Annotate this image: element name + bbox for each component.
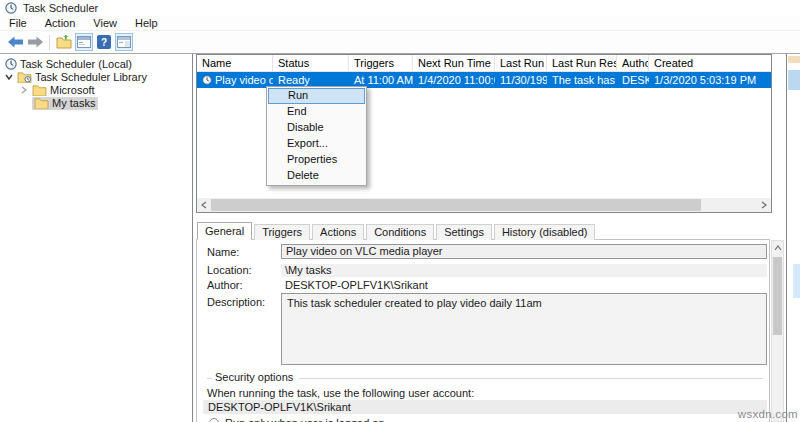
- task-scheduler-window: Task Scheduler File Action View Help ?: [0, 0, 800, 422]
- security-options-group: Security options: [207, 371, 763, 383]
- preview-vertical-scrollbar[interactable]: [771, 240, 784, 422]
- context-menu: Run End Disable Export... Properties Del…: [266, 86, 367, 186]
- location-value: \My tasks: [281, 264, 767, 277]
- column-header-last-run-time[interactable]: Last Run Time: [495, 55, 547, 72]
- menu-help[interactable]: Help: [126, 16, 167, 31]
- menu-item-label: Run: [288, 89, 308, 101]
- forward-arrow-icon[interactable]: [26, 33, 44, 51]
- security-options-label: Security options: [215, 371, 293, 383]
- column-header-next-run-time[interactable]: Next Run Time: [413, 55, 495, 72]
- description-label: Description:: [207, 296, 265, 308]
- run-when-logged-on-option[interactable]: Run only when user is logged on: [209, 417, 385, 422]
- menu-item-label: Properties: [287, 153, 337, 165]
- scroll-left-icon[interactable]: [197, 198, 211, 212]
- menu-item-label: End: [287, 105, 307, 117]
- menu-item-label: Delete: [287, 169, 319, 181]
- groupbox-line: [299, 378, 763, 379]
- column-header-name[interactable]: Name: [197, 55, 273, 72]
- tree-item-label: My tasks: [49, 97, 98, 110]
- groupbox-line: [207, 378, 212, 379]
- task-list-header: Name Status Triggers Next Run Time Last …: [197, 55, 771, 72]
- toolbar: ?: [0, 31, 800, 53]
- show-action-pane-icon[interactable]: [115, 33, 133, 51]
- actions-pane-selected-fragment: [788, 70, 800, 90]
- name-label: Name:: [207, 246, 239, 258]
- chevron-down-icon[interactable]: [4, 72, 14, 82]
- tree-item-label: Task Scheduler Library: [32, 71, 150, 84]
- tab-conditions[interactable]: Conditions: [366, 224, 434, 240]
- context-menu-item-disable[interactable]: Disable: [268, 120, 365, 136]
- context-menu-item-properties[interactable]: Properties: [268, 152, 365, 168]
- chevron-right-icon[interactable]: [19, 85, 29, 95]
- help-glyph: ?: [97, 35, 111, 49]
- task-next-run-cell: 1/4/2020 11:00:0...: [413, 72, 495, 88]
- description-field[interactable]: This task scheduler created to play vide…: [281, 293, 767, 365]
- location-label: Location:: [207, 264, 252, 276]
- tab-history[interactable]: History (disabled): [494, 224, 596, 240]
- title-bar: Task Scheduler: [0, 0, 800, 16]
- sidebar-item-task-scheduler-local[interactable]: Task Scheduler (Local): [5, 57, 135, 71]
- task-clock-icon: [202, 75, 212, 85]
- back-arrow-icon[interactable]: [6, 33, 24, 51]
- task-created-cell: 1/3/2020 5:03:19 PM: [649, 72, 767, 88]
- folder-icon: [32, 84, 47, 96]
- radio-label: Run only when user is logged on: [225, 417, 385, 422]
- column-header-created[interactable]: Created: [649, 55, 767, 72]
- task-author-cell: DESK...: [617, 72, 649, 88]
- name-field[interactable]: Play video on VLC media player: [281, 244, 767, 259]
- sidebar-item-my-tasks[interactable]: My tasks: [32, 96, 98, 110]
- app-clock-icon: [5, 2, 17, 14]
- import-task-folder-icon[interactable]: [55, 33, 73, 51]
- sidebar-item-task-scheduler-library[interactable]: Task Scheduler Library: [4, 70, 150, 84]
- tree-item-label: Microsoft: [47, 84, 98, 97]
- actions-pane-cutoff: [786, 54, 800, 422]
- task-name-cell: Play video o...: [197, 72, 273, 88]
- task-last-result-cell: The task has ...: [547, 72, 617, 88]
- actions-pane-header-fragment: [788, 56, 800, 63]
- scroll-right-icon[interactable]: [757, 198, 771, 212]
- task-last-run-cell: 11/30/1999 ...: [495, 72, 547, 88]
- actions-pane-fragment: [793, 264, 800, 298]
- horizontal-scrollbar[interactable]: [197, 198, 771, 212]
- tab-settings[interactable]: Settings: [436, 224, 492, 240]
- scrollbar-thumb[interactable]: [773, 257, 782, 335]
- task-name-text: Play video o...: [215, 72, 273, 88]
- menu-view[interactable]: View: [84, 16, 126, 31]
- security-account-value: DESKTOP-OPLFV1K\Srikant: [203, 400, 767, 414]
- watermark: wsxdn.com: [738, 408, 798, 420]
- author-value: DESKTOP-OPLFV1K\Srikant: [285, 279, 428, 292]
- console-tree-pane: Task Scheduler (Local) Task Scheduler Li…: [0, 54, 193, 422]
- column-header-last-run-result[interactable]: Last Run Result: [547, 55, 617, 72]
- column-header-status[interactable]: Status: [273, 55, 349, 72]
- folder-icon: [34, 97, 49, 109]
- tree-item-label: Task Scheduler (Local): [17, 58, 135, 71]
- author-label: Author:: [207, 279, 242, 291]
- context-menu-item-end[interactable]: End: [268, 104, 365, 120]
- menu-bar: File Action View Help: [0, 16, 800, 31]
- context-menu-item-run[interactable]: Run: [268, 88, 365, 104]
- menu-item-label: Disable: [287, 121, 324, 133]
- scrollbar-thumb[interactable]: [211, 199, 701, 211]
- preview-tab-strip: General Triggers Actions Conditions Sett…: [197, 222, 597, 240]
- folder-clock-icon: [17, 71, 32, 83]
- menu-file[interactable]: File: [0, 16, 36, 31]
- column-header-triggers[interactable]: Triggers: [349, 55, 413, 72]
- tab-actions[interactable]: Actions: [312, 224, 364, 240]
- security-caption: When running the task, use the following…: [207, 387, 474, 399]
- general-tab-panel: Name: Play video on VLC media player Loc…: [196, 239, 770, 422]
- menu-action[interactable]: Action: [36, 16, 85, 31]
- scroll-up-icon[interactable]: [772, 242, 783, 254]
- radio-button-icon[interactable]: [209, 418, 219, 422]
- show-console-tree-icon[interactable]: [75, 33, 93, 51]
- context-menu-item-delete[interactable]: Delete: [268, 168, 365, 184]
- context-menu-item-export[interactable]: Export...: [268, 136, 365, 152]
- column-header-author[interactable]: Author: [617, 55, 649, 72]
- toolbar-separator: [49, 35, 50, 50]
- tab-general[interactable]: General: [197, 222, 252, 240]
- help-icon[interactable]: ?: [95, 33, 113, 51]
- tab-triggers[interactable]: Triggers: [254, 224, 310, 240]
- window-title: Task Scheduler: [23, 2, 98, 14]
- menu-item-label: Export...: [287, 137, 328, 149]
- clock-icon: [5, 58, 17, 70]
- sidebar-item-microsoft[interactable]: Microsoft: [19, 83, 98, 97]
